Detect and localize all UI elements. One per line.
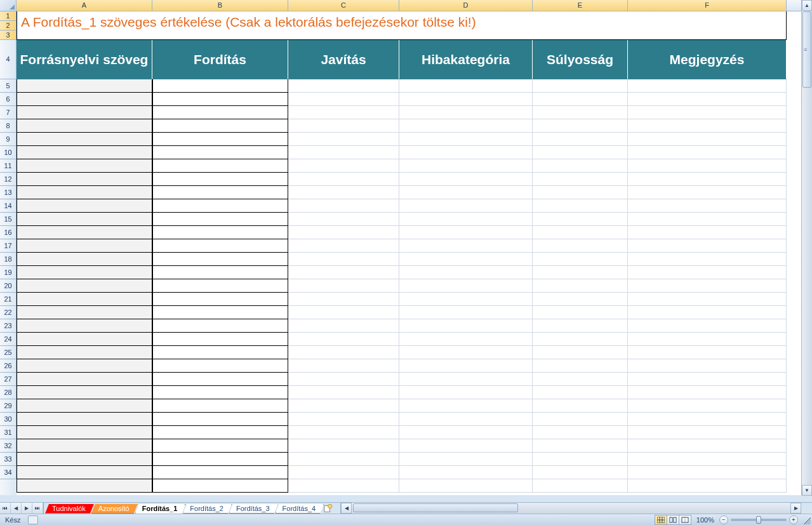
cell[interactable] [17, 159, 152, 173]
zoom-slider[interactable]: − + [719, 515, 802, 524]
horizontal-scrollbar[interactable]: ◀ ▶ [340, 503, 801, 514]
cell[interactable] [17, 453, 152, 466]
cell[interactable] [533, 119, 628, 133]
cell[interactable] [288, 453, 399, 466]
cell[interactable] [533, 253, 628, 266]
cell[interactable] [399, 159, 533, 173]
cell[interactable] [17, 439, 152, 453]
zoom-percentage[interactable]: 100% [691, 516, 719, 524]
cell[interactable] [533, 173, 628, 186]
cell[interactable] [399, 453, 533, 466]
cell[interactable] [399, 79, 533, 93]
cell[interactable] [628, 119, 787, 133]
cell[interactable] [152, 119, 288, 133]
cell[interactable] [399, 279, 533, 293]
sheet-tab-ford-t-s-3[interactable]: Fordítás_3 [229, 504, 278, 514]
cell[interactable] [628, 253, 787, 266]
row-head-3[interactable]: 3 [0, 30, 17, 40]
cell[interactable] [152, 399, 288, 413]
cell[interactable] [17, 319, 152, 333]
row-head[interactable]: 9 [0, 133, 17, 146]
cell[interactable] [533, 306, 628, 319]
scroll-right-button[interactable]: ▶ [790, 503, 801, 514]
cell[interactable] [152, 239, 288, 253]
cell[interactable] [288, 293, 399, 306]
cell[interactable] [533, 399, 628, 413]
cell[interactable] [17, 306, 152, 319]
cell[interactable] [399, 386, 533, 399]
sheet-tab-azonos-t-[interactable]: Azonosító [91, 504, 138, 514]
sheet-tab-ford-t-s-2[interactable]: Fordítás_2 [183, 504, 232, 514]
cell[interactable] [152, 279, 288, 293]
cell[interactable] [628, 386, 787, 399]
scroll-down-button[interactable]: ▼ [802, 485, 812, 496]
cell[interactable] [399, 239, 533, 253]
cell[interactable] [152, 79, 288, 93]
cell[interactable] [533, 186, 628, 199]
view-page-break-button[interactable] [679, 515, 691, 525]
cell[interactable] [533, 146, 628, 159]
cell[interactable] [399, 439, 533, 453]
cell[interactable] [152, 319, 288, 333]
zoom-in-button[interactable]: + [789, 515, 798, 524]
sheet-tab-tudnival-k[interactable]: Tudnivalók [45, 504, 94, 514]
spreadsheet-grid[interactable]: A Fordítás_1 szöveges értékelése (Csak a… [17, 11, 812, 495]
cell[interactable] [628, 293, 787, 306]
cell[interactable] [628, 173, 787, 186]
cell[interactable] [628, 133, 787, 146]
header-correction[interactable]: Javítás [288, 40, 399, 79]
cell[interactable] [288, 199, 399, 213]
select-all-corner[interactable] [0, 0, 17, 11]
cell[interactable] [17, 399, 152, 413]
col-head-e[interactable]: E [533, 0, 628, 11]
scroll-left-button[interactable]: ◀ [341, 503, 352, 514]
cell[interactable] [399, 293, 533, 306]
cell[interactable] [152, 93, 288, 106]
cell[interactable] [288, 306, 399, 319]
cell[interactable] [152, 226, 288, 239]
cell[interactable] [628, 199, 787, 213]
cell[interactable] [533, 426, 628, 439]
row-head[interactable]: 28 [0, 386, 17, 399]
cell[interactable] [17, 373, 152, 386]
cell[interactable] [533, 439, 628, 453]
row-head[interactable]: 25 [0, 346, 17, 359]
cell[interactable] [628, 399, 787, 413]
cell[interactable] [628, 226, 787, 239]
cell[interactable] [152, 186, 288, 199]
cell[interactable] [152, 253, 288, 266]
row-head[interactable]: 26 [0, 359, 17, 373]
cell[interactable] [628, 373, 787, 386]
cell[interactable] [152, 213, 288, 226]
row-head[interactable]: 18 [0, 253, 17, 266]
cell[interactable] [152, 266, 288, 279]
cell[interactable] [533, 479, 628, 493]
cell[interactable] [152, 386, 288, 399]
cell[interactable] [533, 106, 628, 119]
cell[interactable] [399, 306, 533, 319]
row-head[interactable]: 31 [0, 426, 17, 439]
cell[interactable] [628, 359, 787, 373]
row-head[interactable]: 14 [0, 199, 17, 213]
tab-nav-last[interactable]: ⏭ [32, 503, 43, 514]
cell[interactable] [399, 426, 533, 439]
cell[interactable] [399, 319, 533, 333]
cell[interactable] [533, 453, 628, 466]
cell[interactable] [152, 333, 288, 346]
cell[interactable] [288, 466, 399, 479]
row-head-2[interactable]: 2 [0, 21, 17, 30]
cell[interactable] [533, 279, 628, 293]
cell[interactable] [533, 199, 628, 213]
row-head[interactable]: 15 [0, 213, 17, 226]
row-head[interactable]: 10 [0, 146, 17, 159]
cell[interactable] [17, 359, 152, 373]
cell[interactable] [152, 359, 288, 373]
cell[interactable] [152, 133, 288, 146]
cell[interactable] [399, 186, 533, 199]
cell[interactable] [399, 213, 533, 226]
cell[interactable] [399, 359, 533, 373]
cell[interactable] [399, 226, 533, 239]
cell[interactable] [533, 386, 628, 399]
cell[interactable] [152, 413, 288, 426]
cell[interactable] [399, 133, 533, 146]
